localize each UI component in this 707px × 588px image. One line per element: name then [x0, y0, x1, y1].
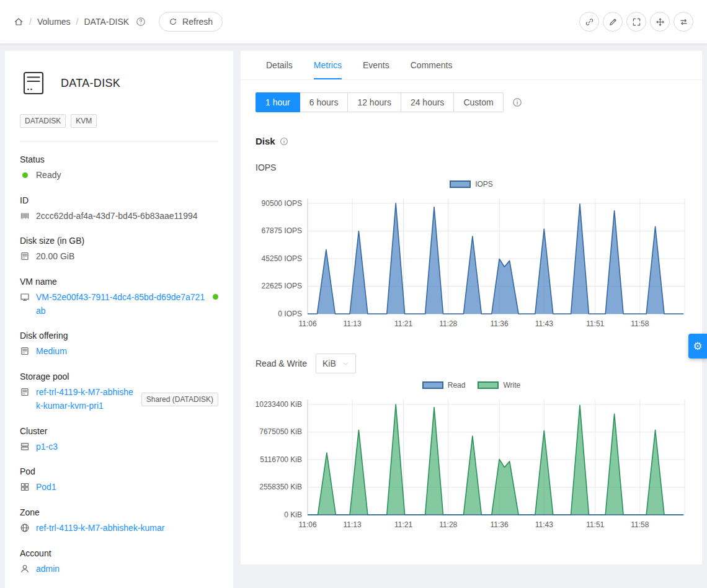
breadcrumb-separator: /: [76, 17, 79, 27]
svg-text:90500 IOPS: 90500 IOPS: [262, 199, 302, 208]
svg-text:11:58: 11:58: [631, 520, 649, 529]
help-icon[interactable]: [136, 17, 146, 27]
svg-text:11:36: 11:36: [491, 520, 509, 529]
volume-title: DATA-DISK: [61, 77, 120, 90]
edit-action-button[interactable]: [603, 12, 623, 32]
svg-text:11:51: 11:51: [586, 319, 604, 328]
disk-icon: [20, 346, 30, 356]
volume-fields: StatusReadyID2ccc62dd-af4a-43d7-bd45-6b8…: [20, 154, 218, 576]
svg-text:11:58: 11:58: [631, 319, 649, 328]
disk-section-title: Disk: [256, 136, 687, 146]
legend-swatch-icon: [478, 381, 499, 389]
settings-gear-button[interactable]: ⚙: [688, 334, 707, 359]
disk-icon: [20, 251, 30, 261]
field-label: Disk size (in GB): [20, 236, 218, 246]
field-value[interactable]: Medium: [36, 345, 67, 359]
volume-icon: [20, 69, 47, 97]
svg-text:22625 IOPS: 22625 IOPS: [262, 282, 302, 290]
range-12-hours[interactable]: 12 hours: [347, 92, 401, 112]
field-vm-name: VM nameVM-52e00f43-7911-4dc4-85bd-d69de7…: [20, 277, 218, 318]
expand-action-button[interactable]: [626, 12, 646, 32]
field-value[interactable]: ref-trl-4119-k-M7-abhishek-kumar: [36, 522, 164, 535]
volume-header: DATA-DISK: [20, 66, 218, 97]
field-value: Ready: [36, 169, 61, 182]
field-label: Account: [20, 548, 218, 558]
field-label: Status: [20, 154, 218, 164]
volume-tags: DATADISKKVM: [20, 114, 218, 128]
legend-read: Read: [422, 381, 466, 390]
field-label: VM name: [20, 277, 218, 287]
field-value[interactable]: p1-c3: [36, 440, 58, 454]
range-1-hour[interactable]: 1 hour: [256, 92, 300, 112]
barcode-icon: [20, 211, 30, 221]
breadcrumb-volumes[interactable]: Volumes: [37, 17, 71, 27]
legend-label: Read: [448, 381, 466, 390]
tab-bar: DetailsMetricsEventsComments: [241, 51, 702, 80]
iops-legend: IOPS: [256, 180, 687, 189]
tab-details[interactable]: Details: [266, 51, 293, 79]
move-action-button[interactable]: [650, 12, 670, 32]
svg-text:67875 IOPS: 67875 IOPS: [262, 226, 302, 235]
detail-card: DetailsMetricsEventsComments 1 hour6 hou…: [241, 51, 702, 564]
field-label: Storage pool: [20, 372, 218, 381]
field-account: Accountadmin: [20, 548, 218, 576]
volume-info-card: DATA-DISK DATADISKKVM StatusReadyID2ccc6…: [5, 51, 233, 588]
field-label: Zone: [20, 507, 218, 517]
read-write-row: Read & Write KiB: [256, 354, 687, 373]
svg-text:11:13: 11:13: [344, 520, 362, 529]
svg-text:11:06: 11:06: [298, 520, 316, 529]
svg-text:11:51: 11:51: [586, 520, 604, 529]
chevron-down-icon: [342, 360, 349, 367]
field-storage-pool: Storage poolref-trl-4119-k-M7-abhishek-k…: [20, 372, 218, 412]
tab-metrics[interactable]: Metrics: [314, 51, 342, 79]
time-range-info-icon[interactable]: [512, 97, 522, 107]
svg-text:0 KiB: 0 KiB: [284, 510, 302, 519]
field-value[interactable]: admin: [36, 563, 60, 576]
field-value[interactable]: VM-52e00f43-7911-4dc4-85bd-d69de7a721ab: [36, 291, 207, 318]
refresh-label: Refresh: [182, 17, 213, 27]
range-6-hours[interactable]: 6 hours: [300, 92, 349, 112]
globe-icon: [20, 523, 30, 533]
divider: [20, 141, 218, 142]
svg-text:11:06: 11:06: [298, 319, 316, 328]
field-value[interactable]: ref-trl-4119-k-M7-abhishek-kumar-kvm-pri…: [36, 386, 134, 412]
svg-text:11:21: 11:21: [394, 319, 412, 328]
svg-text:11:43: 11:43: [535, 319, 553, 328]
range-24-hours[interactable]: 24 hours: [401, 92, 454, 112]
tab-comments[interactable]: Comments: [411, 51, 453, 79]
svg-text:11:43: 11:43: [535, 520, 553, 529]
field-value[interactable]: Pod1: [36, 481, 56, 494]
status-dot: [20, 170, 30, 180]
legend-iops: IOPS: [450, 180, 493, 189]
field-status: StatusReady: [20, 154, 218, 182]
refresh-button[interactable]: Refresh: [159, 12, 223, 32]
range-custom[interactable]: Custom: [453, 92, 503, 112]
vm-status-dot: [213, 294, 218, 300]
storage-pool-scope-tag: Shared (DATADISK): [141, 393, 218, 406]
svg-text:45250 IOPS: 45250 IOPS: [262, 254, 302, 263]
swap-action-button[interactable]: [674, 12, 693, 32]
unit-select[interactable]: KiB: [316, 354, 356, 373]
field-value: 2ccc62dd-af4a-43d7-bd45-6b83aae11994: [36, 210, 198, 223]
field-label: Cluster: [20, 426, 218, 436]
move-icon: [656, 17, 665, 27]
iops-chart: 0 IOPS22625 IOPS45250 IOPS67875 IOPS9050…: [256, 190, 687, 332]
disk-info-icon[interactable]: [280, 137, 288, 146]
iops-chart-title: IOPS: [256, 163, 687, 172]
home-icon[interactable]: [14, 17, 24, 27]
svg-text:11:36: 11:36: [491, 319, 509, 328]
read-write-title: Read & Write: [256, 359, 307, 368]
legend-write: Write: [478, 381, 520, 390]
link-action-button[interactable]: [579, 12, 599, 32]
read-write-chart: 0 KiB2558350 KiB5116700 KiB7675050 KiB10…: [256, 391, 687, 533]
expand-icon: [632, 17, 641, 27]
tab-events[interactable]: Events: [363, 51, 389, 79]
field-cluster: Clusterp1-c3: [20, 426, 218, 454]
disk-icon: [20, 387, 30, 397]
svg-text:0 IOPS: 0 IOPS: [278, 310, 302, 318]
field-id: ID2ccc62dd-af4a-43d7-bd45-6b83aae11994: [20, 195, 218, 223]
svg-text:10233400 KiB: 10233400 KiB: [256, 400, 302, 409]
svg-text:11:21: 11:21: [394, 520, 412, 529]
gear-icon: ⚙: [693, 340, 702, 353]
metrics-panel: 1 hour6 hours12 hours24 hoursCustom Disk…: [241, 80, 702, 556]
